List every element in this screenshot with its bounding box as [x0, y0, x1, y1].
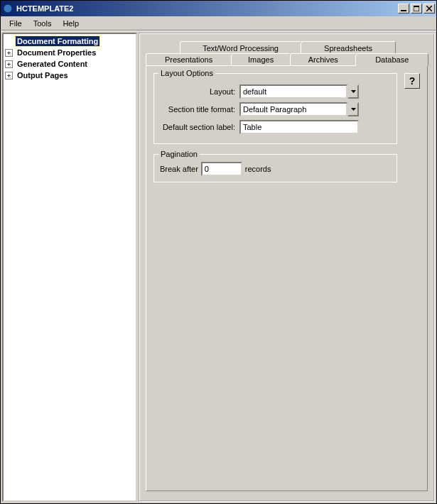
combo-section-title-format[interactable]: [239, 102, 359, 116]
label-layout: Layout:: [160, 87, 239, 96]
menu-help[interactable]: Help: [57, 18, 85, 29]
tab-database[interactable]: Database: [355, 53, 428, 66]
titlebar: HCTEMPLATE2: [1, 1, 436, 16]
app-window: HCTEMPLATE2 File Tools Help Document For…: [0, 0, 437, 504]
sidebar-item-document-formatting[interactable]: Document Formatting: [5, 35, 134, 47]
fieldset-pagination: Pagination Break after records: [153, 154, 397, 182]
layout-input[interactable]: [239, 84, 347, 99]
help-icon: ?: [409, 75, 416, 87]
svg-marker-7: [351, 108, 356, 111]
menu-tools[interactable]: Tools: [28, 18, 58, 29]
tab-row-2: Presentations Images Archives Database: [146, 53, 428, 66]
sidebar-item-generated-content[interactable]: Generated Content: [5, 58, 134, 70]
expand-icon[interactable]: [5, 72, 13, 80]
expand-icon[interactable]: [5, 49, 13, 57]
content-area: Document Formatting Document Properties …: [1, 31, 436, 503]
tab-archives[interactable]: Archives: [290, 53, 356, 66]
minimize-button[interactable]: [398, 4, 409, 13]
window-controls: [396, 4, 435, 13]
menubar: File Tools Help: [1, 16, 436, 31]
legend-layout-options: Layout Options: [158, 69, 215, 77]
svg-rect-1: [401, 10, 406, 11]
tab-label: Archives: [308, 55, 338, 64]
svg-marker-6: [351, 90, 356, 93]
tab-label: Images: [248, 55, 274, 64]
tab-text-word-processing[interactable]: Text/Word Processing: [180, 41, 301, 54]
tab-images[interactable]: Images: [231, 53, 291, 66]
row-break-after: Break after records: [160, 162, 391, 176]
tab-label: Spreadsheets: [324, 44, 372, 53]
close-button[interactable]: [423, 4, 435, 13]
sidebar-tree[interactable]: Document Formatting Document Properties …: [2, 33, 137, 502]
tree-label: Output Pages: [16, 70, 70, 80]
tab-strip: Text/Word Processing Spreadsheets Presen…: [146, 41, 428, 66]
tree-label: Document Formatting: [16, 36, 99, 46]
svg-point-0: [4, 4, 12, 13]
tab-presentations[interactable]: Presentations: [146, 53, 232, 66]
tree-label: Generated Content: [16, 59, 89, 69]
maximize-button[interactable]: [411, 4, 422, 13]
main-panel: Text/Word Processing Spreadsheets Presen…: [139, 33, 435, 502]
row-section-title-format: Section title format:: [160, 102, 391, 116]
tab-label: Presentations: [165, 55, 212, 64]
svg-rect-3: [414, 6, 419, 7]
row-layout: Layout:: [160, 84, 391, 99]
window-title: HCTEMPLATE2: [16, 4, 396, 13]
tab-spreadsheets[interactable]: Spreadsheets: [301, 41, 396, 54]
tab-label: Database: [375, 55, 409, 64]
sidebar-item-output-pages[interactable]: Output Pages: [5, 70, 134, 81]
break-after-input[interactable]: [201, 162, 242, 176]
chevron-down-icon[interactable]: [347, 84, 359, 99]
fieldset-layout-options: Layout Options Layout: Section title for…: [153, 73, 397, 144]
legend-pagination: Pagination: [158, 150, 200, 158]
tree-label: Document Properties: [16, 48, 97, 57]
label-break-after: Break after: [160, 165, 198, 173]
chevron-down-icon[interactable]: [347, 102, 359, 116]
help-button[interactable]: ?: [404, 73, 420, 89]
sidebar-item-document-properties[interactable]: Document Properties: [5, 47, 134, 58]
tab-label: Text/Word Processing: [203, 44, 279, 53]
tab-body: ? Layout Options Layout: Section: [146, 65, 428, 491]
menu-file[interactable]: File: [4, 18, 28, 29]
label-default-section-label: Default section label:: [160, 123, 239, 131]
app-icon: [2, 3, 14, 14]
default-section-label-input[interactable]: [239, 120, 359, 134]
expand-icon[interactable]: [5, 60, 13, 68]
tab-row-1: Text/Word Processing Spreadsheets: [146, 41, 428, 54]
combo-layout[interactable]: [239, 84, 359, 99]
label-section-title-format: Section title format:: [160, 105, 239, 114]
section-title-input[interactable]: [239, 102, 347, 116]
label-records: records: [245, 165, 271, 173]
row-default-section-label: Default section label:: [160, 120, 391, 134]
